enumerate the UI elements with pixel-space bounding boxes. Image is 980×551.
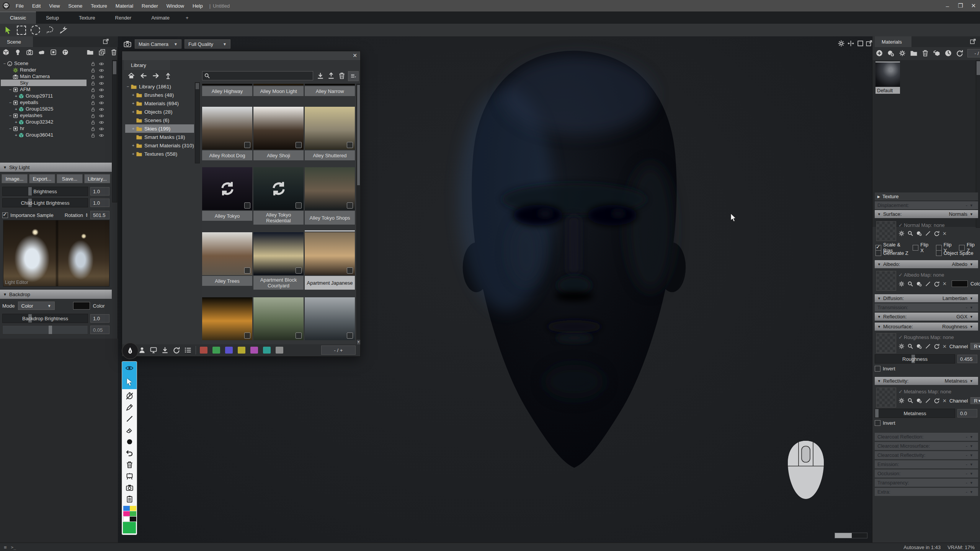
minimize-button[interactable]: – [941, 0, 954, 11]
map-search-icon[interactable] [907, 343, 913, 349]
scene-tree-item-main-camera[interactable]: Main Camera [0, 73, 112, 80]
lasso-select-tool[interactable] [45, 26, 54, 35]
duplicate-icon[interactable] [98, 49, 106, 56]
annotation-undo-icon[interactable] [122, 447, 137, 459]
map-edit-icon[interactable] [925, 281, 931, 287]
section-diffusion[interactable]: ▼Diffusion:Lambertian▼ [875, 294, 978, 302]
library-item-thumbnail[interactable] [305, 232, 355, 275]
library-item-checkbox[interactable] [347, 202, 353, 209]
library-item-thumbnail[interactable] [253, 84, 304, 85]
map-sphere-icon[interactable] [916, 281, 922, 287]
workspace-tab-classic[interactable]: Classic [0, 11, 36, 24]
scene-tree-item-eyelashes[interactable]: −eyelashes [0, 112, 112, 119]
metalness-value[interactable]: 0.0 [957, 409, 977, 417]
library-item-thumbnail[interactable] [305, 107, 355, 150]
material-folder-icon[interactable] [910, 49, 918, 57]
library-item-thumbnail[interactable] [253, 297, 304, 340]
tag-swatch-6[interactable] [276, 347, 283, 354]
map-gear-icon[interactable] [898, 230, 905, 236]
scene-tree-item-sky[interactable]: Sky [0, 80, 112, 86]
library-item-checkbox[interactable] [244, 267, 250, 274]
visibility-eye-icon[interactable] [99, 67, 104, 73]
visibility-eye-icon[interactable] [99, 80, 104, 86]
sky-image-button[interactable]: Image... [2, 174, 28, 183]
menu-render[interactable]: Render [137, 3, 162, 9]
add-material-icon[interactable] [62, 49, 69, 56]
map-reload-icon[interactable] [934, 398, 940, 404]
annotation-timer-icon[interactable] [122, 390, 137, 401]
map-gear-icon[interactable] [898, 343, 905, 349]
lock-icon[interactable] [90, 74, 96, 79]
lock-icon[interactable] [90, 87, 96, 92]
lock-icon[interactable] [90, 126, 96, 131]
map-clear-icon[interactable]: ✕ [942, 231, 947, 236]
scene-tree-item-group36041[interactable]: +Group36041 [0, 132, 112, 138]
scene-tree-item-scene[interactable]: −Scene [0, 60, 112, 67]
folder-materials-694-[interactable]: +Materials (694) [125, 99, 198, 108]
scene-tree-item-render[interactable]: Render [0, 67, 112, 73]
material-zoom-control[interactable]: - / + [967, 49, 980, 57]
annotation-eye-icon[interactable] [122, 362, 137, 375]
marquee-select-tool[interactable] [17, 26, 26, 35]
library-item-thumbnail[interactable] [202, 84, 252, 85]
menu-view[interactable]: View [45, 3, 64, 9]
map-search-icon[interactable] [907, 281, 913, 287]
material-revert-icon[interactable] [933, 49, 941, 57]
library-item-thumbnail[interactable] [202, 107, 252, 150]
folder-brushes-48-[interactable]: +Brushes (48) [125, 91, 198, 99]
polygon-lasso-tool[interactable] [59, 26, 68, 35]
thumbnail-zoom-control[interactable]: - / + [321, 346, 356, 355]
backdrop-mode-select[interactable]: Color▼ [18, 302, 55, 310]
scene-tree-item-afm[interactable]: −AFM [0, 86, 112, 93]
generate-z-checkbox[interactable] [875, 250, 881, 256]
material-delete-icon[interactable] [921, 49, 929, 57]
visibility-eye-icon[interactable] [99, 61, 104, 66]
library-item-checkbox[interactable] [296, 267, 302, 274]
metalness-invert-checkbox[interactable] [875, 420, 880, 426]
annotation-whiteboard-icon[interactable] [122, 470, 137, 482]
child-light-brightness-value[interactable]: 1.0 [90, 199, 109, 207]
map-edit-icon[interactable] [925, 343, 931, 349]
folder-smart-masks-18-[interactable]: Smart Masks (18) [125, 133, 198, 141]
duplicate-material-icon[interactable] [887, 49, 895, 57]
normal-map-thumbnail[interactable] [876, 221, 896, 241]
scene-scrollbar[interactable] [112, 60, 117, 202]
library-view-options[interactable] [348, 71, 359, 81]
scene-tree-item-eyeballs[interactable]: −eyeballs [0, 99, 112, 106]
folder-textures-558-[interactable]: +Textures (558) [125, 150, 198, 158]
annotation-active-color[interactable] [122, 522, 137, 534]
library-grid-scrollbar[interactable]: ▼ [356, 84, 361, 345]
map-gear-icon[interactable] [898, 398, 905, 404]
section-transparency[interactable]: Transparency:-▼ [875, 479, 978, 487]
map-edit-icon[interactable] [925, 230, 931, 236]
backdrop-brightness-slider[interactable]: Backdrop Brightness [2, 314, 88, 323]
materials-popout-icon[interactable] [970, 38, 976, 45]
library-item-checkbox[interactable] [347, 267, 353, 274]
material-refresh-icon[interactable] [956, 49, 964, 57]
scene-tree-item-group32342[interactable]: +Group32342 [0, 119, 112, 125]
tag-swatch-2[interactable] [225, 347, 233, 354]
lock-icon[interactable] [90, 132, 96, 138]
metalness-slider[interactable]: Metalness [875, 409, 955, 418]
child-light-brightness-slider[interactable]: Child-Light Brightness [2, 198, 88, 207]
section-surface[interactable]: ▼Surface:Normals▼ [875, 210, 978, 218]
library-tab[interactable]: Library [124, 60, 170, 70]
search-input[interactable] [202, 71, 313, 80]
lock-icon[interactable] [90, 80, 96, 86]
flip-z-checkbox[interactable] [959, 245, 965, 251]
delete-icon[interactable] [110, 49, 118, 56]
lock-icon[interactable] [90, 93, 96, 99]
sky-preview-image[interactable]: Light Editor [3, 220, 109, 287]
library-home-icon[interactable] [127, 72, 135, 80]
footer-person-icon[interactable] [138, 346, 146, 354]
library-search[interactable] [202, 71, 313, 80]
library-up-icon[interactable] [164, 72, 172, 80]
section-clearcoat-reflection[interactable]: Clearcoat Reflection:-▼ [875, 433, 978, 441]
ellipse-select-tool[interactable] [31, 25, 40, 35]
group-folder-icon[interactable] [87, 49, 94, 56]
visibility-eye-icon[interactable] [99, 113, 104, 118]
lock-icon[interactable] [90, 119, 96, 125]
albedo-color-swatch[interactable] [952, 280, 968, 287]
section-emission[interactable]: Emission:-▼ [875, 460, 978, 468]
restore-button[interactable]: ❐ [954, 0, 967, 11]
